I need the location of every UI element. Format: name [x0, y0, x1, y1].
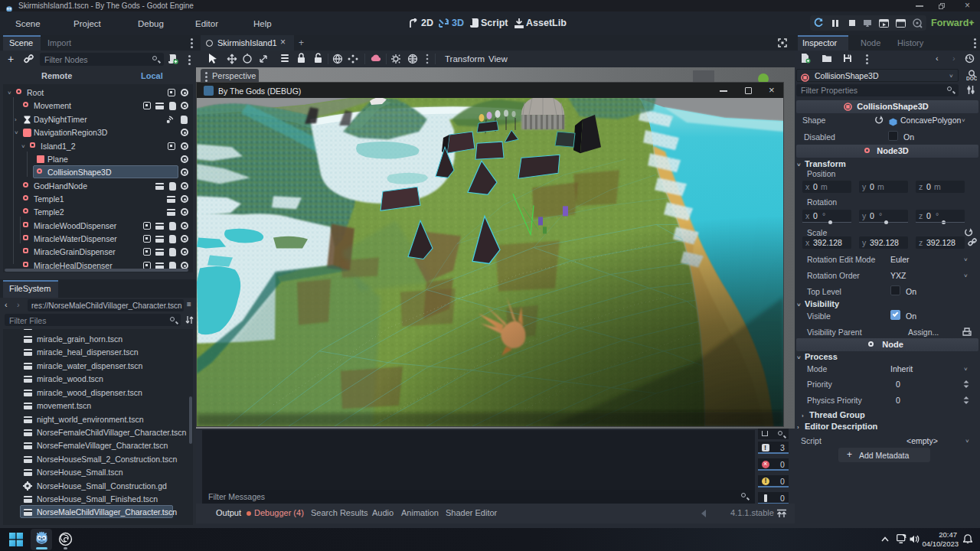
svg-text:View: View: [488, 54, 508, 64]
svg-text:Transform: Transform: [445, 54, 485, 64]
svg-text:DOC: DOC: [966, 76, 977, 81]
